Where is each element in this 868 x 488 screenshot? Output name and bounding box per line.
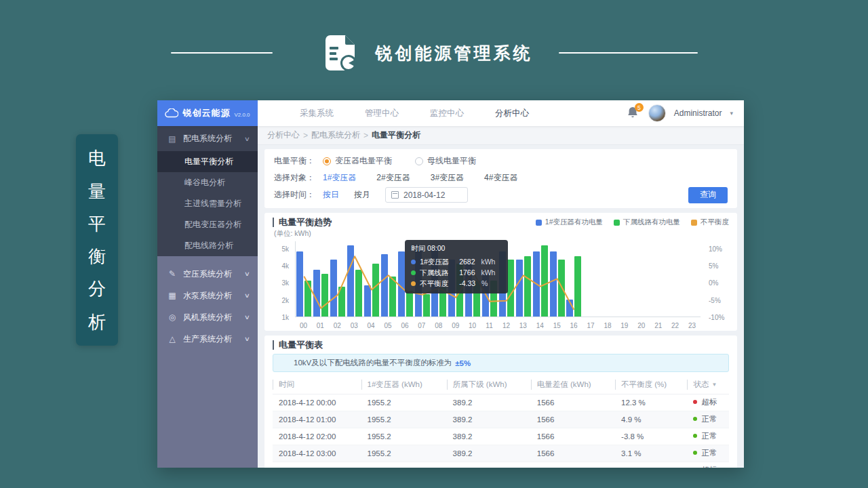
sidebar-group-2[interactable]: ▦水泵系统分析∨ bbox=[157, 285, 258, 306]
bar-feeder bbox=[423, 294, 430, 317]
table-col-3: 电量差值 (kWh) bbox=[531, 376, 615, 394]
bar-transformer bbox=[550, 251, 557, 317]
status-cell: 正常 bbox=[687, 428, 729, 445]
y-left-tick: 5k bbox=[281, 245, 289, 252]
bar-transformer bbox=[398, 251, 405, 317]
table-col-5[interactable]: 状态▼ bbox=[687, 376, 729, 394]
breadcrumb-item-1[interactable]: 配电系统分析 bbox=[311, 129, 360, 141]
trend-plot[interactable]: 时间 08:00 1#变压器2682 kWh下属线路1766 kWh不平衡度-4… bbox=[295, 241, 701, 317]
bar-transformer bbox=[516, 260, 523, 317]
notification-badge: 5 bbox=[635, 103, 644, 112]
sidebar-group-label: 水泵系统分析 bbox=[183, 290, 232, 302]
bar-transformer bbox=[313, 270, 320, 317]
x-tick: 16 bbox=[570, 322, 578, 329]
chart-legend: 1#变压器有功电量下属线路有功电量不平衡度 bbox=[536, 218, 729, 227]
table-cell-0: 2018-4-12 04:00 bbox=[273, 462, 361, 468]
bar-transformer bbox=[330, 260, 337, 317]
tooltip-row-0: 1#变压器2682 kWh bbox=[411, 256, 502, 267]
table-cell-4: -3.8 % bbox=[615, 428, 687, 445]
balance-radio-1[interactable]: 母线电量平衡 bbox=[415, 155, 476, 167]
bar-group-16 bbox=[566, 241, 583, 317]
status-dot bbox=[693, 434, 697, 438]
time-mode-0[interactable]: 按日 bbox=[323, 190, 339, 199]
bar-feeder bbox=[321, 274, 328, 317]
user-avatar[interactable] bbox=[648, 104, 666, 122]
topbar-right: 5 Administrator ▾ bbox=[627, 104, 733, 122]
main-content: 分析中心>配电系统分析>电量平衡分析 电量平衡： 变压器电量平衡母线电量平衡 选… bbox=[258, 126, 744, 468]
status-badge: 超标 bbox=[701, 398, 717, 406]
table-cell-2: 389.2 bbox=[447, 394, 531, 411]
table-cell-3: 1566 bbox=[531, 411, 615, 428]
sidebar-item-0-0[interactable]: 电量平衡分析 bbox=[157, 151, 258, 172]
table-col-2: 所属下级 (kWh) bbox=[447, 376, 531, 394]
chevron-down-icon: ∨ bbox=[244, 136, 250, 142]
radio-icon bbox=[323, 157, 331, 165]
tooltip-label: 不平衡度 bbox=[420, 278, 455, 289]
system-title: 锐创能源管理系统 bbox=[376, 42, 533, 64]
table-cell-2: 389.2 bbox=[447, 428, 531, 445]
tooltip-series-dot bbox=[411, 281, 416, 286]
time-mode-1[interactable]: 按月 bbox=[354, 190, 370, 199]
query-button[interactable]: 查询 bbox=[688, 187, 728, 203]
balance-radio-group: 变压器电量平衡母线电量平衡 bbox=[323, 155, 499, 167]
app-logo: 锐创云能源 V2.0.0 bbox=[157, 100, 258, 126]
status-dot bbox=[693, 417, 697, 421]
notification-bell-icon[interactable]: 5 bbox=[627, 106, 640, 121]
x-axis-labels: 0001020304050607080910111213141516171819… bbox=[295, 319, 701, 329]
x-tick: 15 bbox=[553, 322, 561, 329]
table-cell-4: 12.3 % bbox=[615, 394, 687, 411]
legend-item-0[interactable]: 1#变压器有功电量 bbox=[536, 218, 603, 227]
sidebar-item-0-4[interactable]: 配电线路分析 bbox=[157, 235, 258, 256]
tooltip-row-1: 下属线路1766 kWh bbox=[411, 267, 502, 278]
sidebar-item-0-1[interactable]: 峰谷电分析 bbox=[157, 172, 258, 193]
table-cell-0: 2018-4-12 02:00 bbox=[273, 428, 361, 445]
legend-swatch bbox=[614, 220, 620, 226]
sidebar-group-1[interactable]: ✎空压系统分析∨ bbox=[157, 263, 258, 285]
legend-item-1[interactable]: 下属线路有功电量 bbox=[614, 218, 680, 227]
table-cell-1: 1955.2 bbox=[361, 462, 447, 468]
trend-chart: 5k4k3k2k1k 时间 08:00 1#变压器2682 kWh下属线路176… bbox=[273, 240, 729, 329]
date-input[interactable]: 2018-04-12 bbox=[385, 187, 468, 203]
y-right-tick: 10% bbox=[709, 245, 722, 252]
user-name[interactable]: Administrator bbox=[674, 108, 722, 118]
top-nav-item-1[interactable]: 管理中心 bbox=[365, 108, 399, 119]
bar-group-04 bbox=[363, 241, 380, 317]
tooltip-unit: kWh bbox=[479, 267, 496, 278]
chart-tooltip: 时间 08:00 1#变压器2682 kWh下属线路1766 kWh不平衡度-4… bbox=[405, 240, 508, 293]
table-row: 2018-4-12 01:001955.2389.215664.9 %正常 bbox=[273, 411, 729, 428]
side-label-char: 电 bbox=[88, 149, 106, 167]
top-nav-item-2[interactable]: 监控中心 bbox=[430, 108, 464, 119]
status-cell: 超标 bbox=[687, 462, 729, 468]
sidebar-group-4[interactable]: △生产系统分析∨ bbox=[157, 328, 258, 350]
object-link-1[interactable]: 2#变压器 bbox=[376, 173, 410, 182]
compressor-icon: ✎ bbox=[167, 269, 178, 279]
table-cell-4: 6.6 % bbox=[615, 462, 687, 468]
x-tick: 17 bbox=[587, 322, 594, 329]
balance-radio-0[interactable]: 变压器电量平衡 bbox=[323, 155, 392, 167]
sidebar-group-0[interactable]: ▤配电系统分析∨ bbox=[157, 126, 258, 151]
x-tick: 14 bbox=[536, 322, 544, 329]
object-link-3[interactable]: 4#变压器 bbox=[484, 173, 517, 182]
bar-feeder bbox=[406, 291, 413, 317]
y-left-tick: 3k bbox=[281, 279, 289, 287]
table-col-4: 不平衡度 (%) bbox=[615, 376, 687, 394]
sidebar-group-3[interactable]: ◎风机系统分析∨ bbox=[157, 306, 258, 328]
top-nav-item-0[interactable]: 采集系统 bbox=[300, 108, 334, 119]
balance-table-panel: 电量平衡表 10kV及以下配电线路的电量不平衡度的标准为 ±5% 时间1#变压器… bbox=[264, 336, 737, 468]
legend-swatch bbox=[536, 220, 542, 226]
legend-item-2[interactable]: 不平衡度 bbox=[691, 218, 729, 227]
sidebar-item-0-3[interactable]: 配电变压器分析 bbox=[157, 214, 258, 235]
object-link-2[interactable]: 3#变压器 bbox=[431, 173, 464, 182]
y-right-tick: 0% bbox=[709, 279, 718, 287]
legend-label: 1#变压器有功电量 bbox=[545, 218, 603, 227]
bar-feeder bbox=[558, 260, 565, 317]
top-nav-item-3[interactable]: 分析中心 bbox=[495, 108, 529, 119]
breadcrumb-item-2: 电量平衡分析 bbox=[372, 129, 420, 141]
y-right-tick: 5% bbox=[709, 262, 718, 270]
x-tick: 00 bbox=[300, 322, 307, 329]
object-link-0[interactable]: 1#变压器 bbox=[323, 173, 356, 182]
breadcrumb-item-0[interactable]: 分析中心 bbox=[267, 129, 300, 141]
x-tick: 02 bbox=[334, 322, 341, 329]
date-value: 2018-04-12 bbox=[403, 190, 445, 200]
sidebar-item-0-2[interactable]: 主进线需量分析 bbox=[157, 193, 258, 214]
